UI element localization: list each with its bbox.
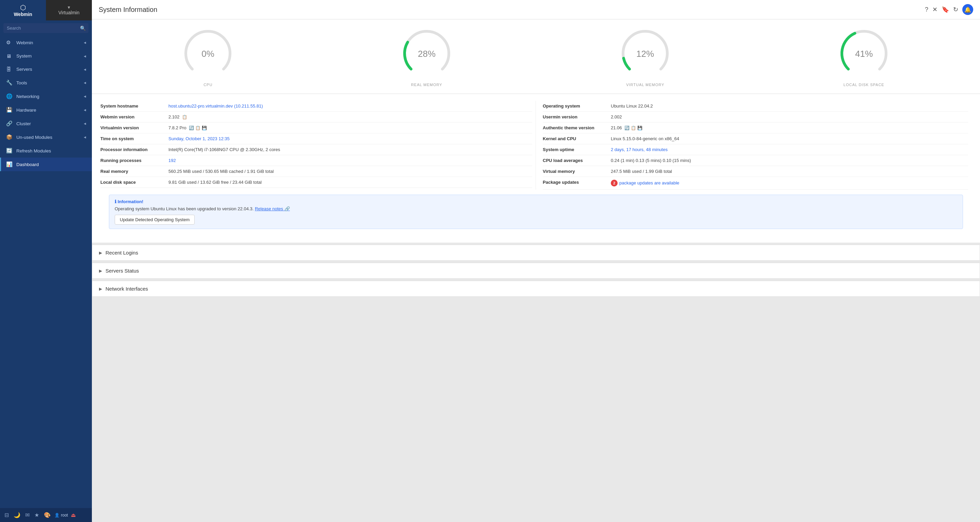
info-row: Processor information Intel(R) Core(TM) …: [100, 144, 532, 155]
package-updates-link[interactable]: package updates are available: [619, 180, 679, 185]
bookmark-icon[interactable]: 🔖: [942, 6, 949, 13]
info-value-5: 0.24 (1 min) 0.13 (5 mins) 0.10 (15 mins…: [611, 158, 968, 163]
info-value-link-3[interactable]: Sunday, October 1, 2023 12:35: [169, 136, 230, 141]
username-label: root: [61, 513, 68, 517]
gauge-virtual-memory: 12% VIRTUAL MEMORY: [618, 26, 672, 87]
sidebar-logout-icon[interactable]: ⏏: [71, 512, 76, 518]
sidebar-item-system[interactable]: 🖥 System ◄: [0, 49, 92, 63]
gauge-value-text-3: 41%: [855, 49, 873, 59]
collapse-header-2[interactable]: ▶ Network Interfaces: [92, 281, 980, 296]
info-value-4: Intel(R) Core(TM) i7-1068NG7 CPU @ 2.30G…: [169, 147, 532, 152]
info-label-0: Operating system: [543, 103, 611, 108]
sidebar-header: ⬡ Webmin ▼ Virtualmin: [0, 0, 92, 21]
gauge-value-text-2: 12%: [636, 49, 654, 59]
sidebar-item-refresh-modules[interactable]: 🔄 Refresh Modules: [0, 144, 92, 158]
sidebar-item-unused-modules[interactable]: 📦 Un-used Modules ◄: [0, 130, 92, 144]
info-label-7: Package updates: [543, 180, 611, 186]
info-small-icon[interactable]: 💾: [637, 126, 643, 130]
gauge-value-text-1: 28%: [418, 49, 436, 59]
collapse-section-1: ▶ Servers Status: [92, 263, 980, 279]
collapse-header-0[interactable]: ▶ Recent Logins: [92, 245, 980, 260]
system-nav-label: System: [16, 53, 32, 59]
unused-modules-nav-icon: 📦: [6, 134, 14, 140]
page-title: System Information: [99, 6, 157, 14]
info-row: Virtual memory 247.5 MiB used / 1.99 GiB…: [543, 166, 968, 177]
hardware-nav-label: Hardware: [16, 108, 37, 113]
info-label-0: System hostname: [100, 103, 169, 108]
info-small-icon[interactable]: 💾: [202, 126, 207, 130]
info-value-link-0[interactable]: host.ubuntu22-pro.virtualmin.dev (10.211…: [169, 103, 263, 108]
search-input[interactable]: [3, 23, 89, 33]
sidebar-user[interactable]: 👤 root: [54, 513, 68, 517]
info-label-6: Virtual memory: [543, 169, 611, 174]
header-actions: ? ✕ 🔖 ↻ 🔔: [925, 4, 973, 15]
refresh-small-icon[interactable]: 🔄: [624, 126, 630, 130]
release-notes-link[interactable]: Release notes 🔗: [255, 206, 290, 211]
main-content: System Information ? ✕ 🔖 ↻ 🔔 0% CPU 28% …: [92, 0, 980, 522]
webmin-brand[interactable]: ⬡ Webmin: [0, 0, 46, 21]
webmin-icon: ⬡: [20, 3, 26, 11]
copy-small-icon[interactable]: 📋: [195, 126, 200, 130]
alert-title-text: Information!: [118, 199, 143, 204]
gauge-svg-3: 41%: [837, 26, 891, 81]
info-row: Package updates 2package updates are ava…: [543, 177, 968, 189]
sidebar-star-icon[interactable]: ★: [33, 511, 40, 519]
copy-small-icon[interactable]: 📋: [631, 126, 636, 130]
refresh-modules-nav-label: Refresh Modules: [16, 148, 51, 153]
release-notes-text: Release notes: [255, 206, 283, 211]
info-label-7: Local disk space: [100, 180, 169, 185]
webmin-nav-icon: ⚙: [6, 40, 14, 46]
info-col-right: Operating system Ubuntu Linux 22.04.2 Us…: [536, 101, 972, 189]
collapse-arrow-icon-0: ▶: [99, 250, 102, 255]
info-value-0: Ubuntu Linux 22.04.2: [611, 103, 968, 108]
collapse-sections: ▶ Recent Logins ▶ Servers Status ▶ Netwo…: [92, 245, 980, 297]
sidebar: ⬡ Webmin ▼ Virtualmin 🔍 ⚙ Webmin ◄🖥 Syst…: [0, 0, 92, 522]
hardware-nav-arrow-icon: ◄: [83, 108, 87, 112]
sidebar-item-servers[interactable]: 🗄 Servers ◄: [0, 63, 92, 76]
info-row: Operating system Ubuntu Linux 22.04.2: [543, 101, 968, 111]
close-icon[interactable]: ✕: [932, 6, 937, 13]
info-label-1: Usermin version: [543, 115, 611, 119]
nav-list: ⚙ Webmin ◄🖥 System ◄🗄 Servers ◄🔧 Tools ◄…: [0, 36, 92, 508]
sidebar-item-networking[interactable]: 🌐 Networking ◄: [0, 89, 92, 103]
dashboard-nav-icon: 📊: [6, 161, 14, 167]
servers-nav-label: Servers: [16, 67, 32, 72]
copy-icon[interactable]: 📋: [182, 115, 187, 119]
refresh-small-icon[interactable]: 🔄: [189, 126, 194, 130]
sidebar-item-dashboard[interactable]: 📊 Dashboard: [0, 158, 92, 171]
info-value-link-4[interactable]: 2 days, 17 hours, 48 minutes: [611, 147, 668, 152]
search-icon: 🔍: [80, 25, 86, 31]
sidebar-item-tools[interactable]: 🔧 Tools ◄: [0, 76, 92, 89]
info-value-2: 7.8.2 Pro 🔄📋💾: [169, 125, 532, 130]
collapse-arrow-icon-2: ▶: [99, 286, 102, 291]
sidebar-night-icon[interactable]: 🌙: [13, 511, 21, 519]
collapse-header-1[interactable]: ▶ Servers Status: [92, 263, 980, 279]
gauge-label-2: VIRTUAL MEMORY: [626, 83, 664, 87]
cluster-nav-arrow-icon: ◄: [83, 121, 87, 126]
user-icon: 👤: [54, 513, 60, 517]
info-row: System uptime 2 days, 17 hours, 48 minut…: [543, 144, 968, 155]
sidebar-panel-icon[interactable]: ⊟: [3, 511, 10, 519]
help-icon[interactable]: ?: [925, 6, 928, 13]
collapse-section-2: ▶ Network Interfaces: [92, 281, 980, 297]
update-os-button[interactable]: Update Detected Operating System: [115, 215, 195, 224]
notification-bell[interactable]: 🔔: [962, 4, 973, 15]
info-label-2: Authentic theme version: [543, 125, 611, 130]
virtualmin-brand[interactable]: ▼ Virtualmin: [46, 0, 92, 21]
system-nav-arrow-icon: ◄: [83, 54, 87, 58]
info-row: Webmin version 2.102 📋: [100, 111, 532, 123]
refresh-icon[interactable]: ↻: [953, 6, 958, 13]
sidebar-item-hardware[interactable]: 💾 Hardware ◄: [0, 103, 92, 117]
sidebar-item-webmin[interactable]: ⚙ Webmin ◄: [0, 36, 92, 49]
sidebar-palette-icon[interactable]: 🎨: [43, 511, 52, 519]
virtualmin-arrow-icon: ▼: [67, 5, 71, 10]
tools-nav-label: Tools: [16, 80, 27, 85]
info-icon: ℹ: [115, 199, 116, 204]
networking-nav-icon: 🌐: [6, 93, 14, 99]
system-info-section: System hostname host.ubuntu22-pro.virtua…: [92, 94, 980, 243]
info-row: CPU load averages 0.24 (1 min) 0.13 (5 m…: [543, 155, 968, 166]
collapse-label-2: Network Interfaces: [105, 286, 148, 291]
sidebar-mail-icon[interactable]: ✉: [24, 511, 30, 519]
sidebar-item-cluster[interactable]: 🔗 Cluster ◄: [0, 117, 92, 130]
info-value-link-5[interactable]: 192: [169, 158, 176, 163]
